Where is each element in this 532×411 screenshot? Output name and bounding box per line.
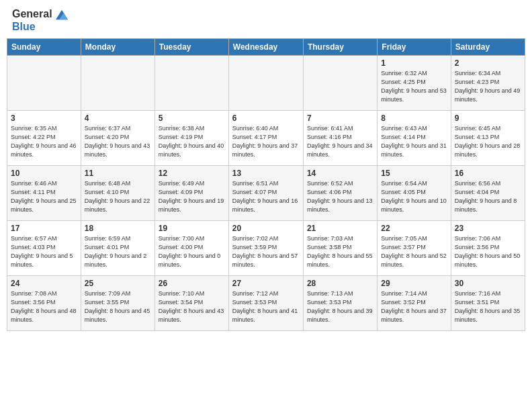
day-number: 28 <box>307 279 373 288</box>
day-number: 12 <box>159 169 225 178</box>
day-cell-24: 24Sunrise: 7:08 AM Sunset: 3:56 PM Dayli… <box>7 276 81 331</box>
day-cell-4: 4Sunrise: 6:37 AM Sunset: 4:20 PM Daylig… <box>81 111 154 166</box>
logo: General Blue <box>12 8 69 33</box>
day-number: 16 <box>455 169 521 178</box>
day-number: 19 <box>159 224 225 233</box>
day-cell-6: 6Sunrise: 6:40 AM Sunset: 4:17 PM Daylig… <box>228 111 303 166</box>
day-cell-25: 25Sunrise: 7:09 AM Sunset: 3:55 PM Dayli… <box>81 276 154 331</box>
day-cell-30: 30Sunrise: 7:16 AM Sunset: 3:51 PM Dayli… <box>451 276 525 331</box>
day-number: 2 <box>455 58 521 68</box>
day-cell-9: 9Sunrise: 6:45 AM Sunset: 4:13 PM Daylig… <box>451 111 525 166</box>
day-cell-16: 16Sunrise: 6:56 AM Sunset: 4:04 PM Dayli… <box>451 166 525 221</box>
empty-cell <box>7 56 81 111</box>
day-cell-28: 28Sunrise: 7:13 AM Sunset: 3:53 PM Dayli… <box>303 276 377 331</box>
day-info: Sunrise: 7:00 AM Sunset: 4:00 PM Dayligh… <box>159 235 222 268</box>
day-number: 29 <box>381 279 447 288</box>
day-info: Sunrise: 6:54 AM Sunset: 4:05 PM Dayligh… <box>381 180 448 213</box>
logo-icon <box>56 9 68 21</box>
day-cell-5: 5Sunrise: 6:38 AM Sunset: 4:19 PM Daylig… <box>154 111 228 166</box>
day-cell-22: 22Sunrise: 7:05 AM Sunset: 3:57 PM Dayli… <box>378 221 451 276</box>
day-cell-15: 15Sunrise: 6:54 AM Sunset: 4:05 PM Dayli… <box>378 166 451 221</box>
day-info: Sunrise: 6:35 AM Sunset: 4:22 PM Dayligh… <box>11 125 78 158</box>
day-info: Sunrise: 7:14 AM Sunset: 3:52 PM Dayligh… <box>381 290 448 323</box>
day-info: Sunrise: 6:49 AM Sunset: 4:09 PM Dayligh… <box>159 180 226 213</box>
day-cell-29: 29Sunrise: 7:14 AM Sunset: 3:52 PM Dayli… <box>378 276 451 331</box>
day-info: Sunrise: 6:37 AM Sunset: 4:20 PM Dayligh… <box>85 125 152 158</box>
day-info: Sunrise: 6:32 AM Sunset: 4:25 PM Dayligh… <box>381 70 448 103</box>
day-info: Sunrise: 6:46 AM Sunset: 4:11 PM Dayligh… <box>11 180 78 213</box>
day-info: Sunrise: 6:56 AM Sunset: 4:04 PM Dayligh… <box>455 180 519 213</box>
logo-text-block: General Blue <box>12 8 69 33</box>
day-cell-14: 14Sunrise: 6:52 AM Sunset: 4:06 PM Dayli… <box>303 166 377 221</box>
calendar: SundayMondayTuesdayWednesdayThursdayFrid… <box>7 38 525 331</box>
day-info: Sunrise: 6:59 AM Sunset: 4:01 PM Dayligh… <box>85 235 148 268</box>
logo-general: General <box>12 8 52 19</box>
day-number: 21 <box>307 224 373 233</box>
day-cell-13: 13Sunrise: 6:51 AM Sunset: 4:07 PM Dayli… <box>228 166 303 221</box>
empty-cell <box>81 56 154 111</box>
day-cell-18: 18Sunrise: 6:59 AM Sunset: 4:01 PM Dayli… <box>81 221 154 276</box>
day-number: 25 <box>85 279 151 288</box>
day-number: 10 <box>11 169 77 178</box>
day-cell-1: 1Sunrise: 6:32 AM Sunset: 4:25 PM Daylig… <box>378 56 451 111</box>
day-info: Sunrise: 7:03 AM Sunset: 3:58 PM Dayligh… <box>307 235 374 268</box>
day-info: Sunrise: 6:41 AM Sunset: 4:16 PM Dayligh… <box>307 125 374 158</box>
empty-cell <box>154 56 228 111</box>
header: General Blue <box>0 0 532 38</box>
day-cell-3: 3Sunrise: 6:35 AM Sunset: 4:22 PM Daylig… <box>7 111 81 166</box>
day-number: 23 <box>455 224 521 233</box>
day-number: 8 <box>381 113 447 123</box>
day-cell-12: 12Sunrise: 6:49 AM Sunset: 4:09 PM Dayli… <box>154 166 228 221</box>
day-number: 15 <box>381 169 447 178</box>
day-cell-2: 2Sunrise: 6:34 AM Sunset: 4:23 PM Daylig… <box>451 56 525 111</box>
weekday-header-saturday: Saturday <box>451 39 525 56</box>
weekday-header-wednesday: Wednesday <box>228 39 303 56</box>
day-cell-27: 27Sunrise: 7:12 AM Sunset: 3:53 PM Dayli… <box>228 276 303 331</box>
day-info: Sunrise: 7:05 AM Sunset: 3:57 PM Dayligh… <box>381 235 448 268</box>
day-cell-26: 26Sunrise: 7:10 AM Sunset: 3:54 PM Dayli… <box>154 276 228 331</box>
day-info: Sunrise: 7:13 AM Sunset: 3:53 PM Dayligh… <box>307 290 374 323</box>
weekday-header-sunday: Sunday <box>7 39 81 56</box>
day-info: Sunrise: 6:57 AM Sunset: 4:03 PM Dayligh… <box>11 235 75 268</box>
day-info: Sunrise: 6:45 AM Sunset: 4:13 PM Dayligh… <box>455 125 522 158</box>
day-number: 3 <box>11 113 77 123</box>
day-cell-7: 7Sunrise: 6:41 AM Sunset: 4:16 PM Daylig… <box>303 111 377 166</box>
day-cell-10: 10Sunrise: 6:46 AM Sunset: 4:11 PM Dayli… <box>7 166 81 221</box>
day-cell-21: 21Sunrise: 7:03 AM Sunset: 3:58 PM Dayli… <box>303 221 377 276</box>
weekday-header-thursday: Thursday <box>303 39 377 56</box>
day-number: 13 <box>232 169 300 178</box>
day-number: 4 <box>85 113 151 123</box>
day-number: 1 <box>381 58 447 68</box>
day-info: Sunrise: 6:51 AM Sunset: 4:07 PM Dayligh… <box>232 180 300 213</box>
empty-cell <box>303 56 377 111</box>
day-number: 20 <box>232 224 300 233</box>
day-info: Sunrise: 7:08 AM Sunset: 3:56 PM Dayligh… <box>11 290 78 323</box>
day-info: Sunrise: 7:16 AM Sunset: 3:51 PM Dayligh… <box>455 290 522 323</box>
day-info: Sunrise: 6:34 AM Sunset: 4:23 PM Dayligh… <box>455 70 522 103</box>
day-info: Sunrise: 6:52 AM Sunset: 4:06 PM Dayligh… <box>307 180 374 213</box>
day-cell-17: 17Sunrise: 6:57 AM Sunset: 4:03 PM Dayli… <box>7 221 81 276</box>
day-number: 6 <box>232 113 300 123</box>
day-number: 5 <box>159 113 225 123</box>
day-cell-11: 11Sunrise: 6:48 AM Sunset: 4:10 PM Dayli… <box>81 166 154 221</box>
day-number: 22 <box>381 224 447 233</box>
logo-blue: Blue <box>12 21 36 32</box>
day-number: 17 <box>11 224 77 233</box>
day-info: Sunrise: 7:10 AM Sunset: 3:54 PM Dayligh… <box>159 290 226 323</box>
day-cell-20: 20Sunrise: 7:02 AM Sunset: 3:59 PM Dayli… <box>228 221 303 276</box>
day-number: 11 <box>85 169 151 178</box>
day-info: Sunrise: 6:48 AM Sunset: 4:10 PM Dayligh… <box>85 180 152 213</box>
day-number: 24 <box>11 279 77 288</box>
day-number: 27 <box>232 279 300 288</box>
weekday-header-tuesday: Tuesday <box>154 39 228 56</box>
weekday-header-friday: Friday <box>378 39 451 56</box>
day-number: 9 <box>455 113 521 123</box>
day-number: 26 <box>159 279 225 288</box>
day-number: 7 <box>307 113 373 123</box>
day-info: Sunrise: 7:09 AM Sunset: 3:55 PM Dayligh… <box>85 290 152 323</box>
day-number: 14 <box>307 169 373 178</box>
day-info: Sunrise: 7:12 AM Sunset: 3:53 PM Dayligh… <box>232 290 300 323</box>
day-info: Sunrise: 6:40 AM Sunset: 4:17 PM Dayligh… <box>232 125 300 158</box>
day-info: Sunrise: 6:38 AM Sunset: 4:19 PM Dayligh… <box>159 125 226 158</box>
day-cell-19: 19Sunrise: 7:00 AM Sunset: 4:00 PM Dayli… <box>154 221 228 276</box>
